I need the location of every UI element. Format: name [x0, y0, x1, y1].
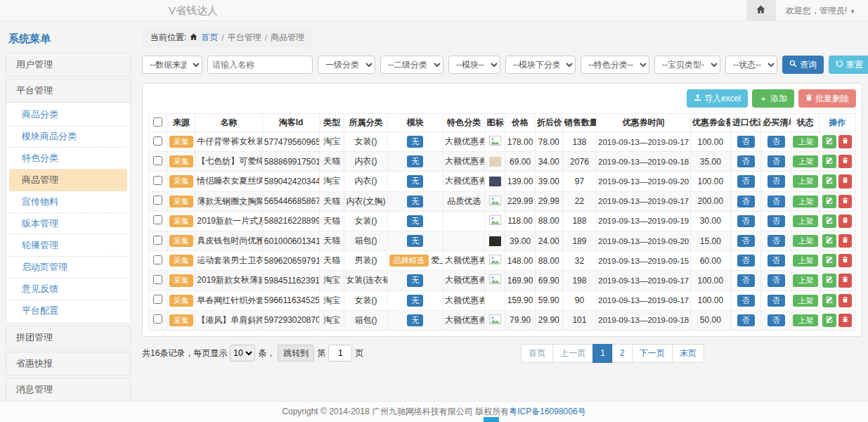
delete-button[interactable] [838, 254, 852, 267]
status-button[interactable]: 上架 [793, 255, 818, 267]
row-checkbox[interactable] [153, 215, 162, 224]
search-button[interactable]: 查询 [782, 56, 824, 74]
row-checkbox[interactable] [153, 156, 162, 165]
row-checkbox[interactable] [153, 295, 162, 304]
edit-button[interactable] [822, 254, 836, 267]
page-button-首页[interactable]: 首页 [521, 344, 553, 363]
page-button-下一页[interactable]: 下一页 [632, 344, 673, 363]
page-button-1[interactable]: 1 [592, 344, 613, 363]
import-select-toggle[interactable]: 否 [737, 274, 755, 286]
must-buy-toggle[interactable]: 否 [767, 274, 785, 286]
edit-button[interactable] [822, 155, 836, 168]
item-type-select[interactable]: --宝贝类型-- [654, 56, 720, 74]
status-button[interactable]: 上架 [793, 274, 818, 286]
sidebar-item[interactable]: 启动页管理 [9, 257, 127, 279]
delete-button[interactable] [838, 215, 852, 228]
breadcrumb-home-link[interactable]: 首页 [201, 32, 218, 44]
row-checkbox[interactable] [153, 314, 162, 324]
jump-button[interactable]: 跳转到 [278, 345, 314, 362]
sidebar-item[interactable]: 商品分类 [9, 104, 127, 126]
sidebar-item[interactable]: 宣传物料 [9, 191, 127, 213]
status-button[interactable]: 上架 [793, 215, 818, 227]
page-button-2[interactable]: 2 [612, 344, 633, 363]
import-select-toggle[interactable]: 否 [737, 155, 755, 167]
select-all-checkbox[interactable] [153, 117, 162, 127]
delete-button[interactable] [838, 135, 852, 148]
page-button-末页[interactable]: 末页 [672, 344, 704, 363]
sidebar-item[interactable]: 商品管理 [9, 170, 127, 191]
edit-button[interactable] [822, 294, 836, 307]
reset-button[interactable]: 重置 [829, 56, 868, 74]
batch-delete-button[interactable]: 批量删除 [798, 89, 856, 108]
edit-button[interactable] [822, 215, 836, 228]
sidebar-item[interactable]: 平台配置 [9, 300, 127, 321]
home-button[interactable] [746, 0, 776, 21]
import-select-toggle[interactable]: 否 [737, 215, 755, 227]
name-search-input[interactable] [207, 56, 313, 74]
per-page-select[interactable]: 10 [230, 345, 255, 362]
row-checkbox[interactable] [153, 275, 162, 284]
import-select-toggle[interactable]: 否 [737, 136, 755, 148]
edit-button[interactable] [822, 195, 836, 208]
sidebar-group-header[interactable]: 拼团管理 [6, 326, 130, 349]
row-checkbox[interactable] [153, 236, 162, 245]
must-buy-toggle[interactable]: 否 [767, 255, 785, 267]
status-button[interactable]: 上架 [793, 196, 818, 207]
delete-button[interactable] [838, 314, 852, 327]
data-source-select[interactable]: --数据来源-- [142, 56, 202, 74]
must-buy-toggle[interactable]: 否 [767, 314, 785, 326]
sidebar-item[interactable]: 意见反馈 [9, 279, 127, 300]
row-checkbox[interactable] [153, 136, 162, 146]
delete-button[interactable] [838, 155, 852, 168]
import-excel-button[interactable]: 导入excel [687, 89, 748, 108]
must-buy-toggle[interactable]: 否 [767, 175, 785, 187]
import-select-toggle[interactable]: 否 [737, 196, 755, 207]
must-buy-toggle[interactable]: 否 [767, 295, 785, 307]
import-select-toggle[interactable]: 否 [737, 255, 755, 267]
page-number-input[interactable] [328, 345, 352, 362]
must-buy-toggle[interactable]: 否 [767, 136, 785, 148]
sidebar-group-header[interactable]: 平台管理 [6, 79, 130, 103]
import-select-toggle[interactable]: 否 [737, 314, 755, 326]
user-menu[interactable]: 欢迎您，管理员!▼ [776, 5, 868, 17]
sidebar-item[interactable]: 模块商品分类 [9, 126, 127, 148]
must-buy-toggle[interactable]: 否 [767, 155, 785, 167]
must-buy-toggle[interactable]: 否 [767, 215, 785, 227]
edit-button[interactable] [822, 274, 836, 287]
import-select-toggle[interactable]: 否 [737, 295, 755, 307]
delete-button[interactable] [838, 294, 852, 307]
icp-link[interactable]: 粤ICP备16098006号 [509, 407, 585, 416]
status-select[interactable]: --状态-- [725, 56, 777, 74]
add-button[interactable]: ＋ 添加 [752, 89, 794, 108]
edit-button[interactable] [822, 135, 836, 148]
must-buy-toggle[interactable]: 否 [767, 235, 785, 247]
row-checkbox[interactable] [153, 255, 162, 264]
level2-category-select[interactable]: --二级分类-- [380, 56, 443, 74]
status-button[interactable]: 上架 [793, 295, 818, 307]
row-checkbox[interactable] [153, 176, 162, 185]
module-select[interactable]: --模块-- [448, 56, 500, 74]
feature-category-select[interactable]: --特色分类-- [581, 56, 649, 74]
status-button[interactable]: 上架 [793, 136, 818, 148]
edit-button[interactable] [822, 174, 836, 188]
page-button-上一页[interactable]: 上一页 [552, 344, 593, 363]
back-to-top-button-partial[interactable] [484, 417, 499, 422]
module-subcategory-select[interactable]: --模块下分类-- [505, 56, 576, 74]
status-button[interactable]: 上架 [793, 235, 818, 247]
delete-button[interactable] [838, 195, 852, 208]
sidebar-group-header[interactable]: 用户管理 [6, 53, 130, 76]
import-select-toggle[interactable]: 否 [737, 235, 755, 247]
delete-button[interactable] [838, 234, 852, 248]
status-button[interactable]: 上架 [793, 155, 818, 167]
sidebar-item[interactable]: 轮播管理 [9, 235, 127, 257]
sidebar-item[interactable]: 特色分类 [9, 148, 127, 170]
sidebar-group-header[interactable]: 消息管理 [6, 378, 130, 401]
delete-button[interactable] [838, 174, 852, 188]
status-button[interactable]: 上架 [793, 314, 818, 326]
status-button[interactable]: 上架 [793, 175, 818, 187]
must-buy-toggle[interactable]: 否 [767, 196, 785, 207]
edit-button[interactable] [822, 234, 836, 248]
sidebar-item[interactable]: 版本管理 [9, 213, 127, 235]
level1-category-select[interactable]: 一级分类 [318, 56, 375, 74]
delete-button[interactable] [838, 274, 852, 287]
